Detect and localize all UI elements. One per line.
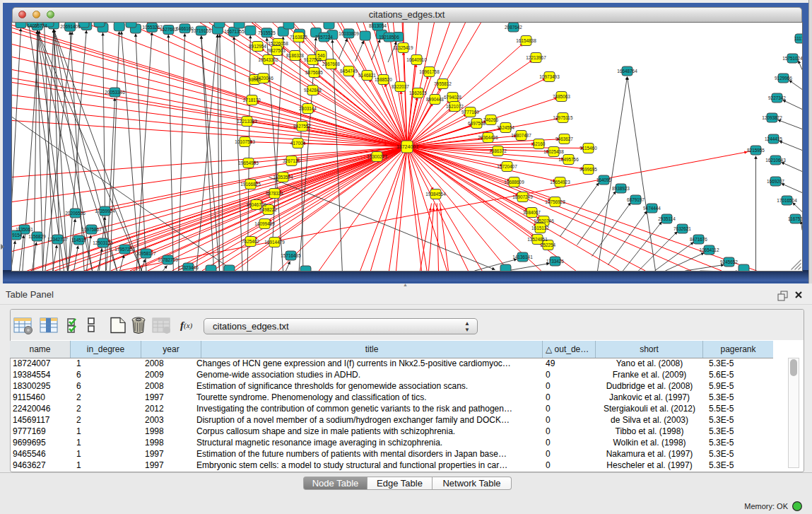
svg-text:16648764: 16648764: [617, 68, 637, 73]
svg-text:9474444: 9474444: [643, 205, 661, 210]
svg-text:10654112: 10654112: [699, 247, 719, 252]
svg-text:2718170: 2718170: [243, 97, 261, 102]
svg-text:16520746: 16520746: [534, 218, 554, 223]
svg-text:2935114: 2935114: [658, 216, 676, 221]
svg-text:13524851: 13524851: [527, 236, 548, 241]
svg-text:7163822: 7163822: [290, 34, 307, 39]
svg-text:5875685: 5875685: [305, 69, 323, 74]
svg-text:17957253: 17957253: [114, 246, 135, 251]
svg-text:8471676: 8471676: [690, 236, 707, 241]
svg-text:16640910: 16640910: [406, 57, 427, 62]
svg-text:14055724: 14055724: [27, 23, 47, 28]
svg-text:9115460: 9115460: [579, 145, 597, 150]
svg-text:2087642: 2087642: [505, 24, 522, 29]
svg-text:8427552: 8427552: [293, 123, 311, 128]
svg-text:8878334: 8878334: [266, 190, 283, 195]
svg-text:9699695: 9699695: [579, 166, 597, 171]
svg-text:18907249: 18907249: [512, 194, 533, 199]
svg-text:3267130: 3267130: [283, 158, 300, 163]
svg-text:1527602: 1527602: [160, 26, 177, 31]
svg-text:15751024: 15751024: [782, 55, 802, 60]
svg-text:19756928: 19756928: [545, 199, 565, 204]
svg-text:10719155: 10719155: [191, 28, 211, 33]
svg-text:7386372: 7386372: [489, 148, 507, 153]
svg-text:1621072: 1621072: [446, 103, 464, 108]
svg-text:17359924: 17359924: [95, 208, 115, 213]
svg-text:7485063: 7485063: [553, 93, 570, 98]
svg-text:10973493: 10973493: [539, 74, 560, 78]
svg-text:12213967: 12213967: [526, 54, 546, 59]
svg-text:1244415: 1244415: [765, 136, 782, 141]
svg-text:15495756: 15495756: [558, 156, 579, 161]
svg-text:9827503: 9827503: [268, 47, 286, 52]
svg-text:14099489: 14099489: [254, 221, 275, 226]
svg-text:10688609: 10688609: [504, 179, 524, 184]
svg-text:116753: 116753: [788, 216, 802, 221]
svg-text:1362615: 1362615: [409, 90, 427, 95]
svg-text:16210643: 16210643: [765, 157, 786, 162]
svg-text:8215955: 8215955: [747, 147, 765, 152]
svg-text:3624554: 3624554: [497, 124, 514, 129]
svg-text:10025438: 10025438: [543, 148, 564, 153]
svg-text:15716485: 15716485: [281, 252, 301, 257]
svg-text:1156829: 1156829: [28, 233, 46, 238]
svg-text:16046736: 16046736: [246, 201, 266, 206]
svg-text:7357224: 7357224: [315, 34, 333, 39]
svg-text:2803144: 2803144: [299, 105, 317, 110]
svg-text:9227342: 9227342: [768, 95, 786, 100]
svg-text:1615132: 1615132: [531, 225, 549, 230]
svg-text:10958117: 10958117: [136, 250, 155, 255]
svg-text:19166825: 19166825: [240, 181, 261, 186]
svg-text:10807487: 10807487: [511, 132, 531, 137]
svg-text:16033809: 16033809: [339, 30, 359, 35]
svg-text:15300273: 15300273: [367, 153, 387, 158]
svg-text:114519: 114519: [71, 237, 86, 242]
svg-text:9777169: 9777169: [461, 109, 479, 114]
svg-text:19218506: 19218506: [379, 34, 399, 39]
svg-text:12342737: 12342737: [47, 236, 68, 241]
svg-text:8938923: 8938923: [612, 185, 630, 190]
svg-text:16961758: 16961758: [419, 69, 440, 74]
svg-text:12323446: 12323446: [178, 264, 199, 269]
svg-text:8454749: 8454749: [340, 68, 358, 73]
svg-text:15720407: 15720407: [497, 163, 517, 168]
svg-text:9463627: 9463627: [555, 136, 573, 141]
svg-text:62160: 62160: [532, 141, 545, 146]
svg-text:746266: 746266: [483, 117, 498, 122]
svg-text:9242848: 9242848: [304, 87, 322, 92]
svg-text:19654985: 19654985: [238, 160, 259, 165]
svg-text:8912954: 8912954: [249, 43, 266, 48]
svg-text:(x): (x): [184, 321, 193, 330]
svg-text:1588520: 1588520: [375, 76, 392, 81]
svg-text:22420046: 22420046: [253, 75, 273, 80]
svg-text:3084067: 3084067: [523, 209, 541, 214]
svg-text:12213383: 12213383: [237, 118, 257, 123]
svg-text:20206536: 20206536: [65, 210, 86, 215]
svg-text:19654923: 19654923: [550, 179, 570, 184]
svg-text:16914479: 16914479: [264, 239, 285, 244]
svg-text:12975115: 12975115: [553, 115, 572, 119]
svg-text:11170: 11170: [794, 35, 802, 40]
svg-text:15226058: 15226058: [268, 40, 288, 45]
svg-text:8322037: 8322037: [392, 83, 409, 88]
svg-text:10975867: 10975867: [81, 226, 102, 231]
svg-text:11353594: 11353594: [273, 174, 293, 179]
svg-text:6794028: 6794028: [444, 94, 461, 99]
svg-text:20053346: 20053346: [105, 89, 125, 94]
svg-text:10543362: 10543362: [258, 57, 278, 62]
svg-text:9245652: 9245652: [720, 259, 738, 264]
svg-text:164095: 164095: [596, 177, 611, 182]
svg-text:9146821: 9146821: [358, 72, 376, 77]
svg-text:1669207: 1669207: [767, 178, 784, 183]
svg-text:9129966: 9129966: [775, 75, 792, 80]
svg-text:19384554: 19384554: [425, 191, 446, 196]
svg-text:9127505: 9127505: [304, 57, 322, 62]
svg-text:16154838: 16154838: [516, 37, 536, 42]
svg-text:8813054: 8813054: [369, 23, 387, 28]
svg-text:8186328: 8186328: [286, 52, 304, 57]
svg-text:20691406: 20691406: [60, 23, 81, 28]
svg-text:1135061: 1135061: [16, 226, 33, 231]
svg-text:6879197: 6879197: [627, 197, 645, 201]
svg-text:20364436: 20364436: [478, 134, 498, 139]
svg-text:16782759: 16782759: [158, 257, 178, 262]
